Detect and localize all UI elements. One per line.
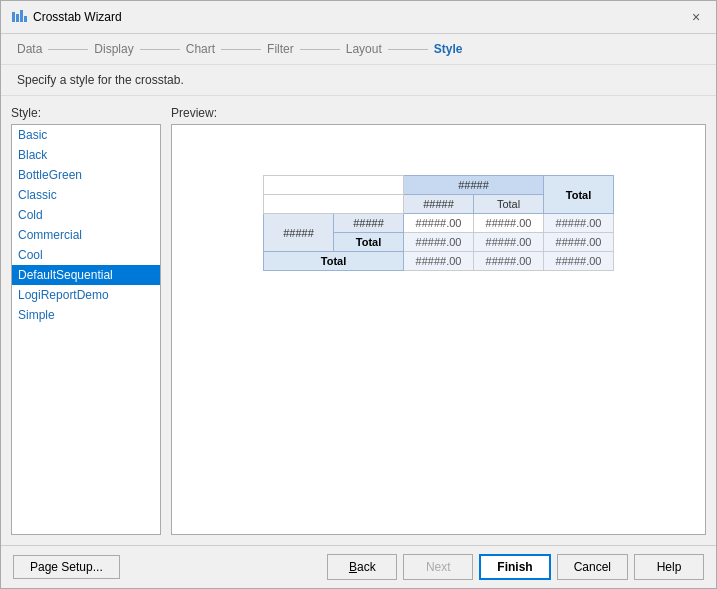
help-button[interactable]: Help [634,554,704,580]
step-layout-label: Layout [346,42,382,56]
finish-button[interactable]: Finish [479,554,550,580]
step-data-label: Data [17,42,42,56]
main-content: Style: BasicBlackBottleGreenClassicColdC… [1,96,716,545]
step-line-4 [300,49,340,50]
table-row: ##### ##### #####.00 #####.00 #####.00 [264,214,614,233]
step-style-label: Style [434,42,463,56]
step-display-label: Display [94,42,133,56]
total-cell-2: #####.00 [544,233,614,252]
svg-rect-2 [20,10,23,22]
title-bar: Crosstab Wizard × [1,1,716,34]
table-row: Total #####.00 #####.00 #####.00 [264,252,614,271]
empty-cell-1 [264,176,404,195]
preview-title: Preview: [171,106,706,120]
style-list-item[interactable]: LogiReportDemo [12,285,160,305]
preview-table-container: ##### Total ##### Total ##### ##### ####… [263,175,614,271]
preview-area: ##### Total ##### Total ##### ##### ####… [171,124,706,535]
style-list-item[interactable]: Cold [12,205,160,225]
data-cell-6: #####.00 [474,252,544,271]
back-button[interactable]: Back [327,554,397,580]
svg-rect-3 [24,16,27,22]
style-list-item[interactable]: Cool [12,245,160,265]
style-list-item[interactable]: Basic [12,125,160,145]
next-button[interactable]: Next [403,554,473,580]
data-cell-4: #####.00 [474,233,544,252]
step-line-5 [388,49,428,50]
svg-rect-0 [12,12,15,22]
style-list-item[interactable]: Simple [12,305,160,325]
style-panel-title: Style: [11,106,161,120]
table-row: ##### Total [264,176,614,195]
crosstab-wizard-dialog: Crosstab Wizard × Data Display Chart Fil… [0,0,717,589]
data-cell-5: #####.00 [404,252,474,271]
step-filter: Filter [267,42,294,56]
preview-table: ##### Total ##### Total ##### ##### ####… [263,175,614,271]
preview-panel: Preview: ##### Total ##### Total [171,106,706,535]
subtitle-text: Specify a style for the crosstab. [1,65,716,96]
footer-right: Back Next Finish Cancel Help [327,554,704,580]
page-setup-button[interactable]: Page Setup... [13,555,120,579]
data-cell-3: #####.00 [404,233,474,252]
step-data: Data [17,42,42,56]
style-list-item[interactable]: Black [12,145,160,165]
style-list-item[interactable]: DefaultSequential [12,265,160,285]
header-top-hash: ##### [404,176,544,195]
step-display: Display [94,42,133,56]
style-list-item[interactable]: BottleGreen [12,165,160,185]
sub-header-total: Total [474,195,544,214]
step-line-2 [140,49,180,50]
total-header: Total [544,176,614,214]
style-panel: Style: BasicBlackBottleGreenClassicColdC… [11,106,161,535]
footer: Page Setup... Back Next Finish Cancel He… [1,545,716,588]
app-icon [11,9,27,25]
total-cell-1: #####.00 [544,214,614,233]
close-button[interactable]: × [686,7,706,27]
row-sub-hash: ##### [334,214,404,233]
style-list-item[interactable]: Classic [12,185,160,205]
step-chart-label: Chart [186,42,215,56]
step-style: Style [434,42,463,56]
footer-left: Page Setup... [13,555,120,579]
step-filter-label: Filter [267,42,294,56]
step-line-3 [221,49,261,50]
sub-header-hash: ##### [404,195,474,214]
style-list-item[interactable]: Commercial [12,225,160,245]
data-cell-2: #####.00 [474,214,544,233]
step-layout: Layout [346,42,382,56]
style-list: BasicBlackBottleGreenClassicColdCommerci… [11,124,161,535]
row-header-hash: ##### [264,214,334,252]
cancel-button[interactable]: Cancel [557,554,628,580]
total-cell-3: #####.00 [544,252,614,271]
data-cell-1: #####.00 [404,214,474,233]
empty-cell-2 [264,195,404,214]
step-chart: Chart [186,42,215,56]
grand-total-label: Total [264,252,404,271]
step-line-1 [48,49,88,50]
wizard-steps: Data Display Chart Filter Layout Style [1,34,716,65]
row-total-label: Total [334,233,404,252]
dialog-title: Crosstab Wizard [33,10,122,24]
svg-rect-1 [16,14,19,22]
